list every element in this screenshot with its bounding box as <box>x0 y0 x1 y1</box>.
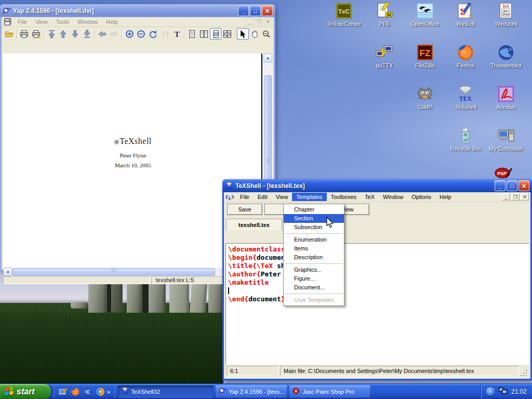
resize-grip[interactable] <box>521 369 528 376</box>
task-button-texshell32[interactable]: TEXTeXShell32 <box>118 385 214 398</box>
desktop-icon-mycomputer[interactable]: My Computer <box>486 127 526 152</box>
select-arrow-icon[interactable] <box>237 28 249 39</box>
save-button[interactable]: Save <box>227 204 262 215</box>
yap-menu-help[interactable]: Help <box>102 18 122 26</box>
yap-titlebar[interactable]: dvi Yap 2.4.1596 - [texshell.dvi] _ □ ✕ <box>0 4 275 17</box>
yap-menu-file[interactable]: File <box>14 18 31 26</box>
texshell-menu-file[interactable]: File <box>236 193 254 201</box>
page-continuous-icon[interactable] <box>210 28 222 39</box>
desktop-icon-texniccenter[interactable]: TxCTeXnicCenter <box>324 2 364 27</box>
dvi-date: March 10, 2005 <box>3 162 263 168</box>
mdi-close-button[interactable]: ✕ <box>264 18 272 25</box>
tray-collapse-chevron-icon[interactable]: ‹ <box>486 388 495 396</box>
texshell-menu-options[interactable]: Options <box>407 193 435 201</box>
back-icon[interactable] <box>97 28 109 39</box>
text-tool-icon[interactable]: T <box>171 28 183 39</box>
quick-launch-media-player-icon[interactable] <box>95 386 105 397</box>
desktop-icon-winedt[interactable]: ΣWinEdt <box>446 2 485 27</box>
quick-launch-thunderbird-icon[interactable] <box>82 386 93 397</box>
desktop-icon-firefox[interactable]: Firefox <box>446 44 485 69</box>
yap-menu-tools[interactable]: Tools <box>51 18 73 26</box>
desktop-icon-texshell[interactable]: TEXTeXshell <box>446 85 485 110</box>
tab-texshell-tex[interactable]: texshell.tex <box>226 219 282 230</box>
system-tray: ‹ 21:02 <box>481 384 532 399</box>
mdi-close-button[interactable]: ✕ <box>521 193 529 201</box>
prev-page-icon[interactable] <box>58 28 70 39</box>
minimize-button[interactable]: _ <box>495 180 506 191</box>
dropdown-item-document[interactable]: Document... <box>284 283 344 292</box>
network-monitors-icon[interactable] <box>498 387 508 397</box>
desktop-icon-acrobat[interactable]: Acrobat <box>486 85 526 110</box>
scroll-left-button[interactable]: ◄ <box>3 268 12 276</box>
quick-launch-show-desktop-icon[interactable] <box>57 386 68 397</box>
horizontal-scroll-thumb[interactable] <box>12 268 215 276</box>
tex-document-icon: TEX <box>226 193 234 201</box>
task-button-label: Jasc Paint Shop Pro <box>302 389 354 395</box>
print-setup-icon[interactable] <box>30 28 42 39</box>
minimize-button[interactable]: _ <box>238 5 249 16</box>
desktop-icon-gimp[interactable]: GIMP <box>405 85 445 110</box>
page-single-icon[interactable] <box>186 28 198 39</box>
page-double-icon[interactable] <box>198 28 210 39</box>
dropdown-item-description[interactable]: Description <box>284 253 344 262</box>
next-page-icon[interactable] <box>69 28 81 39</box>
texshell-menu-view[interactable]: View <box>272 193 292 201</box>
svg-text:32: 32 <box>387 12 392 17</box>
hand-tool-icon[interactable] <box>249 28 261 39</box>
dropdown-item-figure[interactable]: Figure... <box>284 274 344 283</box>
zoom-out-icon[interactable] <box>136 28 148 39</box>
quick-launch-firefox-icon[interactable] <box>70 386 81 397</box>
dropdown-item-graphics[interactable]: Graphics... <box>284 265 344 274</box>
first-page-icon[interactable] <box>46 28 58 39</box>
start-button[interactable]: start <box>0 384 51 399</box>
mdi-minimize-button[interactable]: _ <box>502 193 510 201</box>
refresh-icon[interactable] <box>147 28 159 39</box>
texshell-menu-toolboxes[interactable]: Toolboxes <box>327 193 361 201</box>
desktop-icon-putty[interactable]: puTTY <box>365 44 404 69</box>
yap-menu-window[interactable]: Window <box>73 18 102 26</box>
close-button[interactable]: ✕ <box>518 180 529 191</box>
task-button-yap-2-4-1596-texs[interactable]: dviYap 2.4.1596 - [texs... <box>216 385 287 398</box>
acrobat-icon <box>497 85 515 103</box>
dropdown-item-section[interactable]: Section <box>284 214 344 223</box>
dropdown-item-subsection[interactable]: Subsection <box>284 223 344 232</box>
texshell-menu-window[interactable]: Window <box>379 193 407 201</box>
open-icon[interactable] <box>3 28 15 39</box>
print-icon[interactable] <box>19 28 31 39</box>
texshell-menu-templates[interactable]: Templates <box>292 193 326 201</box>
mdi-restore-button[interactable]: ❐ <box>511 193 520 201</box>
dropdown-item-items[interactable]: Items <box>284 244 344 253</box>
mdi-minimize-button[interactable]: _ <box>245 18 254 25</box>
dropdown-item-chapter[interactable]: Chapter <box>284 205 344 214</box>
openoffice-icon <box>416 2 434 20</box>
quick-launch-overflow-chevron[interactable]: » <box>105 389 112 395</box>
desktop-icon-recyclebin[interactable]: Recycle Bin <box>446 127 485 152</box>
page-double-continuous-icon[interactable] <box>221 28 233 39</box>
zoom-in-icon[interactable] <box>124 28 136 39</box>
desktop-icon-winshell[interactable]: TeXWinShellWinShell <box>486 2 526 27</box>
dvi-title: TeXshell <box>3 137 263 146</box>
maximize-button[interactable]: □ <box>507 180 517 191</box>
toolbar-separator <box>184 29 184 38</box>
last-page-icon[interactable] <box>81 28 93 39</box>
magnifier-icon[interactable] <box>260 28 272 39</box>
mdi-restore-button[interactable]: ❐ <box>255 18 263 25</box>
svg-text:DVI: DVI <box>5 20 10 23</box>
dropdown-item-enumeration[interactable]: Enumeration <box>284 235 344 244</box>
scroll-up-button[interactable]: ▲ <box>263 54 272 62</box>
texshell-titlebar[interactable]: TEX TeXShell - [texshell.tex] _ □ ✕ <box>222 179 532 192</box>
tex-source-editor[interactable]: \documentclass{\begin{document}\title{\T… <box>225 243 529 378</box>
texshell-menu-help[interactable]: Help <box>435 193 456 201</box>
texshell-menu-tex[interactable]: TeX <box>361 193 379 201</box>
task-button-jasc-paint-shop-pro[interactable]: 8Jasc Paint Shop Pro <box>289 385 370 398</box>
desktop-icon-openoffice[interactable]: OpenOffice <box>405 2 445 27</box>
task-button-label: TeXShell32 <box>131 389 160 395</box>
yap-menu-view[interactable]: View <box>31 18 52 26</box>
texshell-menu-edit[interactable]: Edit <box>254 193 272 201</box>
desktop-icon-pfe[interactable]: 32PFE <box>365 2 404 27</box>
mouse-cursor-icon <box>326 217 334 230</box>
close-button[interactable]: ✕ <box>262 5 273 16</box>
maximize-button[interactable]: □ <box>250 5 261 16</box>
desktop-icon-filezilla[interactable]: FZFileZilla <box>405 44 445 69</box>
desktop-icon-thunderbird[interactable]: Thunderbird <box>486 44 526 69</box>
